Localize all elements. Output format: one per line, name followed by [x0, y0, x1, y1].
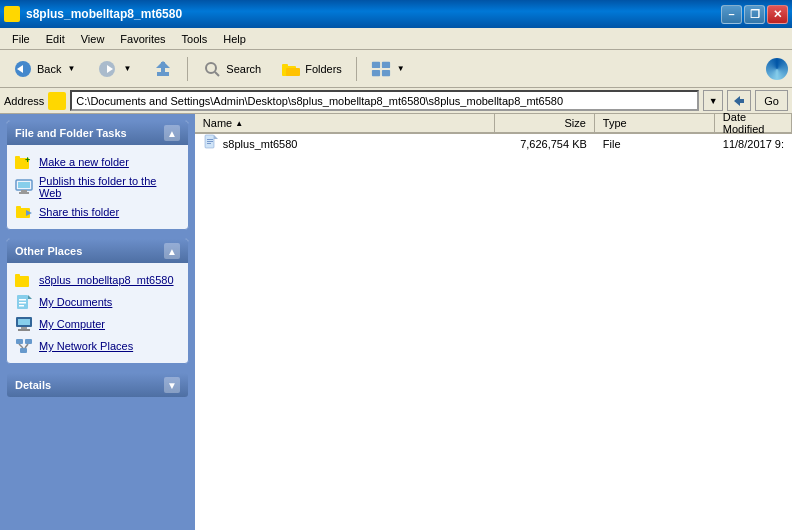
- svg-line-10: [215, 72, 219, 76]
- file-list[interactable]: s8plus_mt6580 7,626,754 KB File 11/8/201…: [195, 134, 792, 530]
- file-panel: Name ▲ Size Type Date Modified: [195, 114, 792, 530]
- search-button[interactable]: Search: [193, 54, 270, 84]
- svg-rect-14: [372, 61, 380, 67]
- menu-file[interactable]: File: [4, 31, 38, 47]
- restore-button[interactable]: ❐: [744, 5, 765, 24]
- search-icon: [202, 59, 222, 79]
- svg-marker-48: [214, 135, 218, 139]
- close-button[interactable]: ✕: [767, 5, 788, 24]
- header-date[interactable]: Date Modified: [715, 114, 792, 132]
- table-row[interactable]: s8plus_mt6580 7,626,754 KB File 11/8/201…: [195, 134, 792, 154]
- svg-rect-36: [19, 302, 26, 304]
- svg-marker-7: [156, 61, 170, 68]
- my-network-places-label: My Network Places: [39, 340, 133, 352]
- menu-help[interactable]: Help: [215, 31, 254, 47]
- views-icon: [371, 59, 391, 79]
- svg-rect-15: [382, 61, 390, 67]
- file-name: s8plus_mt6580: [223, 138, 298, 150]
- file-folder-tasks-collapse[interactable]: ▲: [164, 125, 180, 141]
- make-new-folder-item[interactable]: + Make a new folder: [11, 151, 184, 173]
- address-dropdown-button[interactable]: ▼: [703, 90, 723, 111]
- my-computer-icon: [15, 315, 33, 333]
- svg-rect-1: [6, 9, 11, 12]
- network-icon: [15, 337, 33, 355]
- publish-folder-item[interactable]: Publish this folder to the Web: [11, 173, 184, 201]
- back-label: Back: [37, 63, 61, 75]
- file-folder-tasks-section: File and Folder Tasks ▲ + Make a new fol…: [6, 120, 189, 230]
- other-places-collapse[interactable]: ▲: [164, 243, 180, 259]
- header-type[interactable]: Type: [595, 114, 715, 132]
- view-options-button[interactable]: ▼: [362, 54, 416, 84]
- address-go-arrow[interactable]: [727, 90, 751, 111]
- left-panel: File and Folder Tasks ▲ + Make a new fol…: [0, 114, 195, 530]
- svg-rect-49: [207, 139, 213, 140]
- svg-rect-0: [6, 11, 18, 20]
- details-header[interactable]: Details ▼: [7, 373, 188, 397]
- svg-line-46: [25, 344, 28, 348]
- views-dropdown-arrow[interactable]: ▼: [395, 61, 407, 76]
- file-folder-tasks-header[interactable]: File and Folder Tasks ▲: [7, 121, 188, 145]
- title-bar: s8plus_mobelltap8_mt6580 – ❐ ✕: [0, 0, 792, 28]
- title-bar-icon: [4, 6, 20, 22]
- go-button[interactable]: Go: [755, 90, 788, 111]
- menu-favorites[interactable]: Favorites: [112, 31, 173, 47]
- svg-rect-41: [18, 329, 30, 331]
- file-folder-tasks-title: File and Folder Tasks: [15, 127, 127, 139]
- menu-edit[interactable]: Edit: [38, 31, 73, 47]
- header-size[interactable]: Size: [495, 114, 595, 132]
- forward-dropdown-arrow[interactable]: ▼: [121, 61, 133, 76]
- svg-rect-44: [20, 348, 27, 353]
- forward-icon: [97, 59, 117, 79]
- svg-point-9: [206, 63, 216, 73]
- minimize-button[interactable]: –: [721, 5, 742, 24]
- other-places-section: Other Places ▲ s8plus_mobelltap8_mt6580: [6, 238, 189, 364]
- svg-rect-35: [19, 299, 26, 301]
- address-folder-icon: [48, 92, 66, 110]
- file-type-cell: File: [595, 137, 715, 151]
- main-content: File and Folder Tasks ▲ + Make a new fol…: [0, 114, 792, 530]
- svg-marker-34: [28, 295, 32, 299]
- svg-rect-50: [207, 141, 213, 142]
- folders-button[interactable]: Folders: [272, 54, 351, 84]
- up-button[interactable]: [144, 54, 182, 84]
- svg-rect-29: [16, 206, 21, 209]
- svg-rect-13: [286, 68, 300, 76]
- file-icon: [203, 134, 219, 153]
- folders-icon: [281, 59, 301, 79]
- other-folder-icon: [15, 271, 33, 289]
- details-collapse[interactable]: ▼: [164, 377, 180, 393]
- svg-rect-12: [282, 64, 288, 67]
- my-computer-item[interactable]: My Computer: [11, 313, 184, 335]
- make-folder-icon: +: [15, 153, 33, 171]
- menu-tools[interactable]: Tools: [174, 31, 216, 47]
- forward-button[interactable]: ▼: [88, 54, 142, 84]
- share-folder-label: Share this folder: [39, 206, 119, 218]
- header-name[interactable]: Name ▲: [195, 114, 495, 132]
- my-documents-item[interactable]: My Documents: [11, 291, 184, 313]
- back-button[interactable]: Back ▼: [4, 54, 86, 84]
- search-label: Search: [226, 63, 261, 75]
- my-documents-icon: [15, 293, 33, 311]
- title-bar-buttons: – ❐ ✕: [721, 5, 788, 24]
- svg-rect-8: [157, 72, 169, 76]
- my-network-places-item[interactable]: My Network Places: [11, 335, 184, 357]
- publish-icon: [15, 178, 33, 196]
- file-folder-tasks-content: + Make a new folder Publish t: [7, 145, 188, 229]
- back-icon: [13, 59, 33, 79]
- other-places-folder-label: s8plus_mobelltap8_mt6580: [39, 274, 174, 286]
- svg-rect-51: [207, 143, 211, 144]
- other-places-folder-item[interactable]: s8plus_mobelltap8_mt6580: [11, 269, 184, 291]
- svg-rect-18: [50, 98, 64, 106]
- share-folder-item[interactable]: Share this folder: [11, 201, 184, 223]
- details-title: Details: [15, 379, 51, 391]
- svg-rect-19: [50, 96, 55, 99]
- up-icon: [153, 59, 173, 79]
- svg-rect-31: [15, 276, 29, 287]
- file-size-cell: 7,626,754 KB: [495, 137, 595, 151]
- address-input[interactable]: [70, 90, 699, 111]
- svg-line-45: [19, 344, 23, 348]
- back-dropdown-arrow[interactable]: ▼: [65, 61, 77, 76]
- menu-view[interactable]: View: [73, 31, 113, 47]
- other-places-header[interactable]: Other Places ▲: [7, 239, 188, 263]
- toolbar: Back ▼ ▼ Search: [0, 50, 792, 88]
